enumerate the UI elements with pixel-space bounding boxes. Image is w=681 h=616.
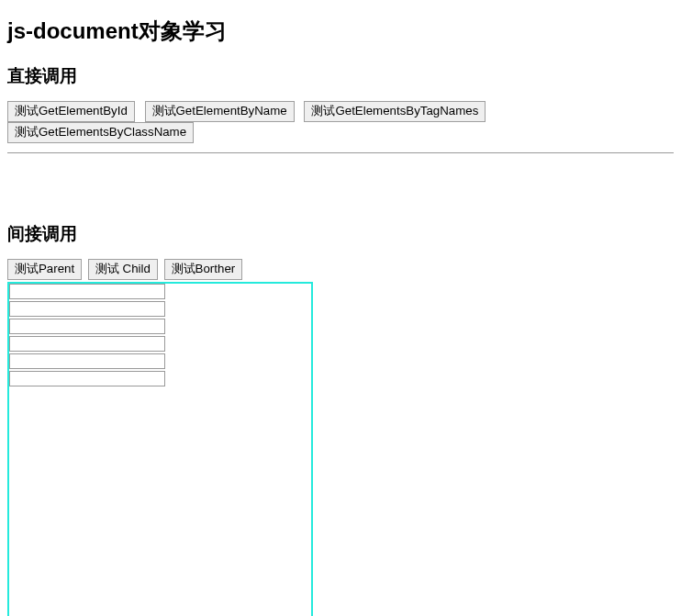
table-cell xyxy=(9,353,165,369)
table-cell xyxy=(9,336,165,352)
test-parent-button[interactable]: 测试Parent xyxy=(7,259,82,280)
parent-box xyxy=(7,282,313,616)
test-borther-button[interactable]: 测试Borther xyxy=(164,259,243,280)
section-direct-heading: 直接调用 xyxy=(7,64,674,88)
table-cell xyxy=(9,284,165,299)
test-getelementbyid-button[interactable]: 测试GetElementById xyxy=(7,101,135,122)
test-getelementsbyclassname-button[interactable]: 测试GetElementsByClassName xyxy=(7,122,194,143)
direct-button-row: 测试GetElementById 测试GetElementByName 测试Ge… xyxy=(7,101,674,143)
test-getelementbyname-button[interactable]: 测试GetElementByName xyxy=(145,101,295,122)
table-row xyxy=(9,284,165,299)
spacer xyxy=(7,153,674,204)
test-child-button[interactable]: 测试 Child xyxy=(88,259,158,280)
table-row xyxy=(9,301,165,317)
table-cell xyxy=(9,301,165,317)
page-title: js-document对象学习 xyxy=(7,17,674,46)
child-table xyxy=(7,282,167,388)
table-row xyxy=(9,319,165,334)
table-cell xyxy=(9,371,165,386)
table-cell xyxy=(9,319,165,334)
table-row xyxy=(9,336,165,352)
test-getelementsbytagnames-button[interactable]: 测试GetElementsByTagNames xyxy=(304,101,486,122)
indirect-button-row: 测试Parent 测试 Child 测试Borther xyxy=(7,259,674,280)
section-indirect-heading: 间接调用 xyxy=(7,222,674,246)
table-row xyxy=(9,371,165,386)
table-row xyxy=(9,353,165,369)
